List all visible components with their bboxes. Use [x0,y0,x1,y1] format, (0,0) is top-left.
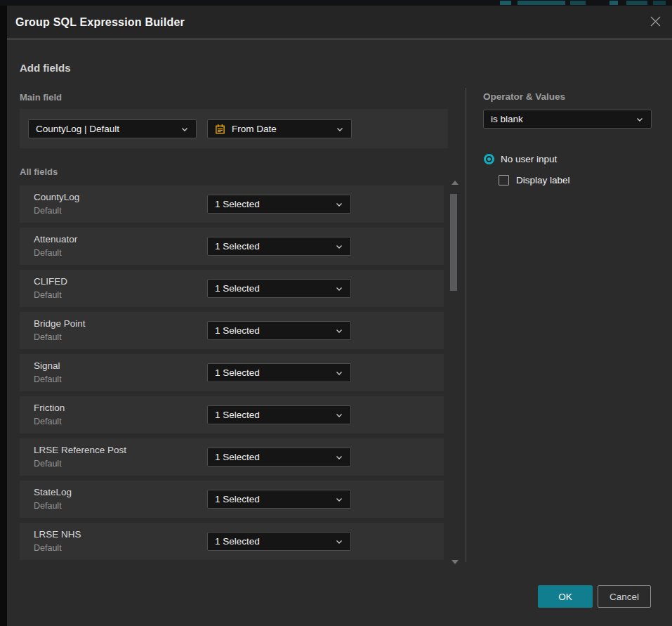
field-selection-dropdown[interactable]: 1 Selected [207,321,351,340]
field-row: Bridge Point Default 1 Selected [20,312,444,349]
chevron-down-icon [335,285,343,293]
close-icon [650,15,661,30]
field-subtitle: Default [34,501,62,511]
field-selection-dropdown[interactable]: 1 Selected [207,448,351,467]
header-divider [7,39,672,39]
scroll-down-button[interactable] [452,560,459,564]
chevron-down-icon [335,327,343,335]
main-field-select[interactable]: From Date [207,119,352,138]
chevron-down-icon [335,200,343,209]
field-name: Attenuator [34,234,77,244]
display-label-checkbox[interactable]: Display label [499,175,570,185]
field-name: LRSE NHS [34,529,81,540]
chevron-down-icon [335,411,343,419]
field-subtitle: Default [34,543,62,553]
chevron-down-icon [335,369,343,377]
field-selection-dropdown[interactable]: 1 Selected [207,195,351,214]
field-selection-value: 1 Selected [215,199,329,209]
field-selection-dropdown[interactable]: 1 Selected [207,237,351,256]
main-layer-select[interactable]: CountyLog | Default [28,119,197,138]
field-selection-value: 1 Selected [215,494,329,504]
main-layer-select-value: CountyLog | Default [36,124,175,134]
background-app-peek [0,0,672,6]
background-accent-fragment [653,1,666,5]
chevron-down-icon [335,495,343,504]
no-user-input-label: No user input [501,154,557,164]
radio-selected-icon [484,154,494,164]
background-accent-fragment [626,1,647,5]
background-accent-fragment [570,1,586,5]
field-name: CLIFED [34,276,67,287]
chevron-down-icon [335,242,343,251]
field-selection-value: 1 Selected [215,325,329,336]
checkbox-unchecked-icon [499,175,509,185]
field-row: CLIFED Default 1 Selected [20,270,444,307]
field-selection-dropdown[interactable]: 1 Selected [207,405,351,424]
main-field-panel: CountyLog | Default From Date [20,109,448,148]
field-row: StateLog Default 1 Selected [20,481,444,518]
add-fields-heading: Add fields [20,62,71,74]
display-label-text: Display label [516,175,570,185]
radio-dot [487,157,491,161]
field-row: LRSE NHS Default 1 Selected [20,523,444,560]
field-name: Friction [34,403,65,413]
field-subtitle: Default [34,248,62,258]
scrollbar[interactable] [449,180,461,566]
field-subtitle: Default [34,290,62,300]
field-row: LRSE Reference Post Default 1 Selected [20,438,444,476]
scroll-up-button[interactable] [452,181,459,185]
field-selection-value: 1 Selected [215,452,329,462]
chevron-down-icon [336,125,344,133]
field-subtitle: Default [34,459,62,469]
field-subtitle: Default [34,417,62,426]
field-selection-dropdown[interactable]: 1 Selected [207,279,351,298]
ok-button[interactable]: OK [538,585,593,608]
field-selection-value: 1 Selected [215,283,329,294]
chevron-down-icon [635,115,644,124]
all-fields-label: All fields [20,167,58,177]
field-name: Bridge Point [34,318,86,329]
main-field-label: Main field [20,92,62,103]
chevron-down-icon [335,453,343,462]
field-selection-dropdown[interactable]: 1 Selected [207,490,351,509]
field-selection-dropdown[interactable]: 1 Selected [207,363,351,382]
main-field-select-value: From Date [232,124,330,134]
field-selection-value: 1 Selected [215,410,329,420]
operator-select[interactable]: is blank [483,110,652,129]
chevron-down-icon [180,125,189,133]
dialog-header: Group SQL Expression Builder [7,6,672,39]
field-name: StateLog [34,487,72,497]
dialog-title: Group SQL Expression Builder [15,6,185,39]
close-button[interactable] [644,11,666,34]
field-subtitle: Default [34,374,62,384]
field-name: LRSE Reference Post [34,445,126,455]
background-accent-fragment [500,1,511,5]
field-selection-value: 1 Selected [215,241,329,252]
operator-values-label: Operator & Values [483,91,565,102]
field-name: Signal [34,360,60,371]
field-selection-value: 1 Selected [215,367,329,378]
background-accent-fragment [518,1,565,5]
calendar-date-icon [215,124,225,134]
no-user-input-radio[interactable]: No user input [484,154,557,164]
field-name: CountyLog [34,192,79,202]
field-selection-value: 1 Selected [215,536,329,547]
field-row: Attenuator Default 1 Selected [20,228,444,265]
chevron-down-icon [335,537,343,546]
field-selection-dropdown[interactable]: 1 Selected [207,532,351,551]
field-subtitle: Default [34,206,62,216]
scrollbar-thumb[interactable] [450,194,457,291]
field-subtitle: Default [34,332,62,342]
operator-select-value: is blank [491,114,630,124]
field-row: Friction Default 1 Selected [20,396,444,433]
field-row: Signal Default 1 Selected [20,354,444,391]
background-accent-fragment [610,1,618,5]
page-background: Group SQL Expression Builder Add fields … [0,0,672,626]
panel-divider [466,88,466,562]
cancel-button[interactable]: Cancel [598,585,651,608]
field-row: CountyLog Default 1 Selected [20,185,444,223]
group-sql-expression-builder-dialog: Group SQL Expression Builder Add fields … [7,6,672,626]
